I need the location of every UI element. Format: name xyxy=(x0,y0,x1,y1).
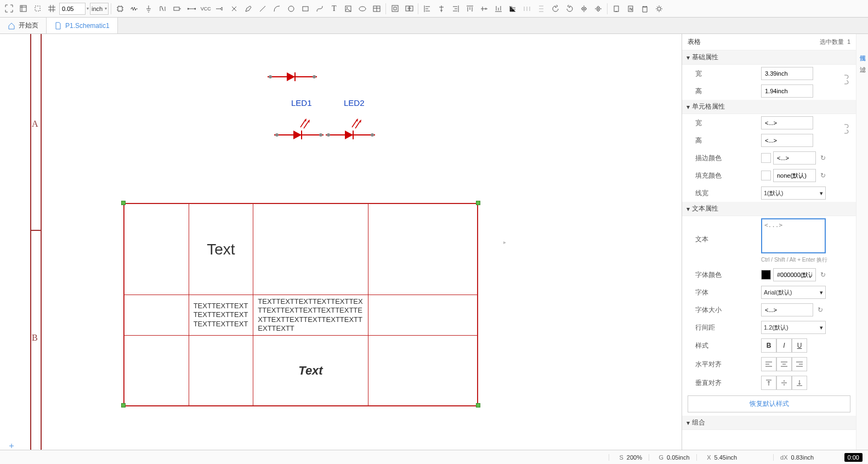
font-color-box[interactable] xyxy=(761,270,771,280)
export-icon[interactable] xyxy=(610,2,623,15)
arc-icon[interactable] xyxy=(270,2,283,15)
grid-icon[interactable] xyxy=(45,2,58,15)
reset-icon[interactable]: ↻ xyxy=(815,305,825,315)
underline-button[interactable]: U xyxy=(792,338,807,353)
link-icon[interactable] xyxy=(843,74,850,87)
section-cell[interactable]: ▾ 单元格属性 xyxy=(682,100,856,114)
halign-left[interactable] xyxy=(761,357,776,371)
selection-handle[interactable] xyxy=(476,403,480,408)
rotate-ccw-icon[interactable] xyxy=(549,2,562,15)
netlabel-icon[interactable] xyxy=(156,2,169,15)
frame-icon[interactable] xyxy=(16,2,30,15)
rotate-cw-icon[interactable] xyxy=(563,2,576,15)
selection-handle[interactable] xyxy=(121,403,126,408)
netlist-icon[interactable]: N xyxy=(624,2,637,15)
flip-v-icon[interactable] xyxy=(592,2,605,15)
image-icon[interactable] xyxy=(342,2,355,15)
fill-color-input[interactable] xyxy=(773,169,816,182)
crossprobe-icon[interactable] xyxy=(402,2,416,15)
diode-symbol[interactable] xyxy=(268,71,317,82)
settings-icon[interactable] xyxy=(653,2,666,15)
rect-icon[interactable] xyxy=(299,2,312,15)
ellipse-icon[interactable] xyxy=(356,2,369,15)
basic-height-input[interactable] xyxy=(761,84,813,98)
align-grid-icon[interactable] xyxy=(506,2,519,15)
netport-icon[interactable] xyxy=(171,2,184,15)
section-basic[interactable]: ▾ 基础属性 xyxy=(682,50,856,65)
italic-button[interactable]: I xyxy=(776,338,792,353)
tab-schematic[interactable]: P1.Schematic1 xyxy=(47,18,118,33)
section-group[interactable]: ▾ 组合 xyxy=(682,416,856,430)
side-tab-properties[interactable]: 属性 xyxy=(856,45,868,56)
font-size-input[interactable] xyxy=(761,303,813,316)
resistor-icon[interactable] xyxy=(128,2,141,15)
bottom-sheet-tab[interactable] xyxy=(3,442,20,450)
section-text[interactable]: ▾ 文本属性 xyxy=(682,202,856,216)
text-icon[interactable]: T xyxy=(327,2,341,15)
chip-icon[interactable] xyxy=(114,2,127,15)
panel-splitter[interactable]: ▸ xyxy=(502,239,507,245)
bold-button[interactable]: B xyxy=(761,338,776,353)
halign-right[interactable] xyxy=(792,357,807,371)
selection-handle[interactable] xyxy=(121,201,126,205)
canvas[interactable]: A B LED1 LED2 xyxy=(0,34,682,450)
bezier-icon[interactable] xyxy=(313,2,326,15)
stroke-width-select[interactable]: 1(默认)▾ xyxy=(761,186,826,200)
grid-size-chevron[interactable]: ▾ xyxy=(87,6,89,11)
selection-handle[interactable] xyxy=(476,201,480,205)
led1-symbol[interactable] xyxy=(274,111,324,141)
busentry-icon[interactable] xyxy=(213,2,226,15)
restore-default-button[interactable]: 恢复默认样式 xyxy=(688,395,850,412)
valign-top[interactable] xyxy=(761,376,776,390)
design-manager-icon[interactable] xyxy=(388,2,401,15)
stroke-color-box[interactable] xyxy=(761,153,771,163)
noconnect-icon[interactable] xyxy=(228,2,241,15)
svg-point-33 xyxy=(371,133,374,137)
circle-icon[interactable] xyxy=(285,2,298,15)
align-hcenter-icon[interactable] xyxy=(435,2,448,15)
cell-height-input[interactable] xyxy=(761,134,813,147)
font-select[interactable]: Arial(默认)▾ xyxy=(761,286,826,299)
dist-h-icon[interactable] xyxy=(520,2,534,15)
bom-icon[interactable] xyxy=(638,2,651,15)
ground-icon[interactable] xyxy=(142,2,155,15)
reset-icon[interactable]: ↻ xyxy=(818,270,828,280)
fill-color-box[interactable] xyxy=(761,171,771,180)
tab-label: 开始页 xyxy=(19,21,38,30)
align-right-icon[interactable] xyxy=(449,2,462,15)
wire-icon[interactable] xyxy=(185,2,198,15)
link-icon[interactable] xyxy=(843,123,850,136)
table-cell: Text xyxy=(207,241,235,258)
table-icon[interactable] xyxy=(370,2,383,15)
reset-icon[interactable]: ↻ xyxy=(818,171,828,180)
font-color-input[interactable] xyxy=(773,268,816,281)
stroke-color-input[interactable] xyxy=(773,151,816,165)
align-top-icon[interactable] xyxy=(463,2,476,15)
basic-width-input[interactable] xyxy=(761,67,813,80)
align-bottom-icon[interactable] xyxy=(492,2,505,15)
fullscreen-icon[interactable] xyxy=(2,2,15,15)
crop-icon[interactable] xyxy=(31,2,44,15)
valign-bottom[interactable] xyxy=(792,376,807,390)
pen-icon[interactable] xyxy=(242,2,255,15)
cell-width-input[interactable] xyxy=(761,116,813,129)
dist-v-icon[interactable] xyxy=(535,2,548,15)
text-content-input[interactable]: <...> xyxy=(761,218,826,253)
halign-center[interactable] xyxy=(776,357,792,371)
align-vcenter-icon[interactable] xyxy=(478,2,491,15)
side-tab-filter[interactable]: 过滤 xyxy=(856,56,868,67)
flip-h-icon[interactable] xyxy=(577,2,591,15)
lineheight-select[interactable]: 1.2(默认)▾ xyxy=(761,321,826,334)
led2-symbol[interactable] xyxy=(326,111,375,141)
grid-size-input[interactable] xyxy=(59,3,86,15)
unit-select[interactable]: inch▾ xyxy=(90,3,109,15)
line-icon[interactable] xyxy=(256,2,269,15)
reset-icon[interactable]: ↻ xyxy=(818,153,828,163)
bus-icon[interactable]: VCC xyxy=(199,2,212,15)
schematic-table[interactable]: Text TEXTTEXTTEXTTEXTTEXTTEXTTEXTTEXTTEX… xyxy=(123,203,478,406)
svg-text:N: N xyxy=(629,7,632,11)
tab-home[interactable]: 开始页 xyxy=(0,18,47,33)
table-cell: TEXTTEXTTEXTTEXTTEXTTEXTTEXTTEXTTEXT xyxy=(194,302,249,329)
align-left-icon[interactable] xyxy=(421,2,434,15)
valign-middle[interactable] xyxy=(776,376,792,390)
